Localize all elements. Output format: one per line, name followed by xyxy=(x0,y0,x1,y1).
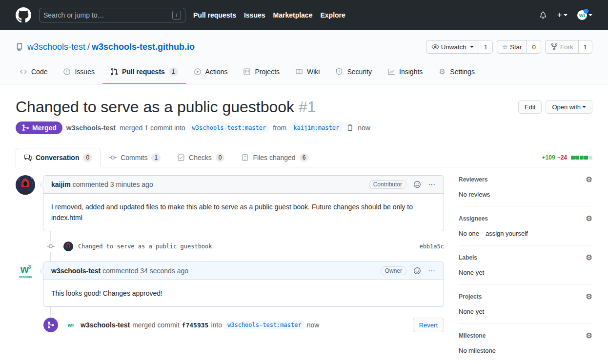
nav-marketplace[interactable]: Marketplace xyxy=(273,11,313,19)
section-value: No one—assign yourself xyxy=(459,230,592,237)
commit-sha-link[interactable]: ebb1a5c xyxy=(419,243,444,250)
pr-number: #1 xyxy=(299,98,316,116)
kebab-menu-icon[interactable]: ⋯ xyxy=(428,180,436,189)
sidebar-section-reviewers: Reviewers⚙ No reviews xyxy=(459,175,592,206)
watchers-count[interactable]: 1 xyxy=(479,40,493,54)
tab-pull-requests[interactable]: Pull requests 1 xyxy=(102,61,186,84)
comment-author[interactable]: kaijim xyxy=(51,181,71,188)
comment-w3schools-test: w3schools w3schools-test commented 34 se… xyxy=(16,262,444,307)
stars-count[interactable]: 0 xyxy=(527,40,541,54)
fork-label: Fork xyxy=(560,43,573,51)
gear-icon[interactable]: ⚙ xyxy=(586,214,592,223)
tab-files-changed[interactable]: Files changed 6 xyxy=(233,148,317,167)
merge-author-avatar[interactable]: w3 xyxy=(66,320,76,330)
comment-box: w3schools-test commented 34 seconds ago … xyxy=(43,262,444,307)
kaijim-avatar[interactable] xyxy=(16,175,35,195)
section-value: No milestone xyxy=(459,347,592,354)
slash-key-hint: / xyxy=(172,11,181,20)
create-new-menu[interactable]: + xyxy=(557,10,567,20)
commit-icon xyxy=(47,241,55,252)
forks-count[interactable]: 1 xyxy=(578,40,592,54)
merge-text: into xyxy=(211,321,222,329)
github-logo-icon[interactable] xyxy=(16,7,31,23)
diffstat: +109 −24 xyxy=(542,154,592,167)
role-badge: Owner xyxy=(381,266,406,275)
role-badge: Contributor xyxy=(369,180,406,189)
chevron-down-icon xyxy=(470,46,474,50)
fork-button-group: Fork 1 xyxy=(545,40,592,54)
tab-label: Security xyxy=(347,68,372,76)
tab-label: Checks xyxy=(189,154,212,162)
tab-count: 6 xyxy=(300,153,309,162)
chevron-down-icon xyxy=(582,106,586,110)
tab-actions[interactable]: Actions xyxy=(186,61,236,84)
section-title: Projects xyxy=(459,293,482,300)
section-value: None yet xyxy=(459,269,592,276)
tab-code[interactable]: Code xyxy=(12,61,55,84)
tab-insights[interactable]: Insights xyxy=(380,61,430,84)
base-branch-label[interactable]: w3schools-test:master xyxy=(189,123,269,132)
base-branch-label[interactable]: w3schools-test:master xyxy=(224,321,304,329)
merge-commit-sha[interactable]: f745935 xyxy=(182,322,209,329)
comment-meta: commented 34 seconds ago xyxy=(102,267,188,275)
kebab-menu-icon[interactable]: ⋯ xyxy=(428,266,436,275)
gear-icon[interactable]: ⚙ xyxy=(586,175,592,184)
tab-label: Settings xyxy=(450,68,475,76)
tab-security[interactable]: Security xyxy=(327,61,380,84)
watch-button-group: Unwatch 1 xyxy=(426,40,493,54)
notifications-bell-icon[interactable] xyxy=(539,11,547,19)
tab-checks[interactable]: Checks 0 xyxy=(169,148,233,167)
fork-button[interactable]: Fork xyxy=(545,40,579,54)
star-icon: ☆ xyxy=(502,43,508,51)
pr-main: Changed to serve as a public guestbook #… xyxy=(0,97,608,364)
pr-title-text: Changed to serve as a public guestbook xyxy=(16,98,294,116)
open-with-button[interactable]: Open with xyxy=(546,100,592,114)
tab-issues[interactable]: Issues xyxy=(55,61,102,84)
merge-event-text: w3schools-test merged commit f745935 int… xyxy=(81,321,319,329)
tab-settings[interactable]: ⚙ Settings xyxy=(430,61,483,84)
gear-icon[interactable]: ⚙ xyxy=(586,292,592,301)
copy-icon[interactable] xyxy=(346,124,354,132)
tab-conversation[interactable]: Conversation 0 xyxy=(16,148,101,167)
tab-label: Wiki xyxy=(307,68,320,76)
merge-author[interactable]: w3schools-test xyxy=(66,124,116,132)
commit-message-link[interactable]: Changed to serve as a public guestbook xyxy=(78,243,212,250)
comment-author[interactable]: w3schools-test xyxy=(51,267,101,275)
revert-button[interactable]: Revert xyxy=(413,318,444,332)
tab-count: 0 xyxy=(83,153,92,162)
w3schools-avatar[interactable]: w3schools xyxy=(16,262,35,281)
commit-row: Changed to serve as a public guestbook e… xyxy=(16,231,444,262)
emoji-reaction-icon[interactable] xyxy=(413,267,421,275)
merged-label: Merged xyxy=(32,124,57,132)
user-menu[interactable]: w3 xyxy=(577,10,592,20)
nav-issues[interactable]: Issues xyxy=(244,11,265,19)
tab-projects[interactable]: Projects xyxy=(235,61,287,84)
checklist-icon xyxy=(177,154,185,162)
section-value: No reviews xyxy=(459,191,592,198)
repo-name-link[interactable]: w3schools-test.github.io xyxy=(92,42,195,52)
sidebar-section-projects: Projects⚙ None yet xyxy=(459,292,592,324)
repo-owner-link[interactable]: w3schools-test xyxy=(27,42,85,52)
tab-commits[interactable]: Commits 1 xyxy=(101,148,169,167)
repo-header: w3schools-test/w3schools-test.github.io … xyxy=(0,30,608,84)
merge-time: now xyxy=(307,321,320,329)
unwatch-label: Unwatch xyxy=(441,43,466,51)
emoji-reaction-icon[interactable] xyxy=(413,181,421,188)
nav-explore[interactable]: Explore xyxy=(320,11,345,19)
merge-time: now xyxy=(358,124,370,132)
nav-pull-requests[interactable]: Pull requests xyxy=(193,11,236,19)
merge-author[interactable]: w3schools-test xyxy=(81,321,130,329)
repo-icon xyxy=(16,43,23,51)
search-input[interactable]: Search or jump to… / xyxy=(39,8,185,22)
tab-wiki[interactable]: Wiki xyxy=(287,61,327,84)
head-branch-label[interactable]: kaijim:master xyxy=(290,123,342,132)
edit-button[interactable]: Edit xyxy=(518,100,542,114)
unwatch-button[interactable]: Unwatch xyxy=(426,40,479,54)
commit-author-avatar[interactable] xyxy=(63,242,73,251)
gear-icon[interactable]: ⚙ xyxy=(586,253,592,262)
from-word: from xyxy=(273,124,286,132)
tab-label: Pull requests xyxy=(122,68,165,76)
star-button[interactable]: ☆ Star xyxy=(497,40,527,54)
gear-icon[interactable]: ⚙ xyxy=(586,331,592,340)
repo-tab-nav: Code Issues Pull requests 1 Actions Proj… xyxy=(0,61,608,84)
